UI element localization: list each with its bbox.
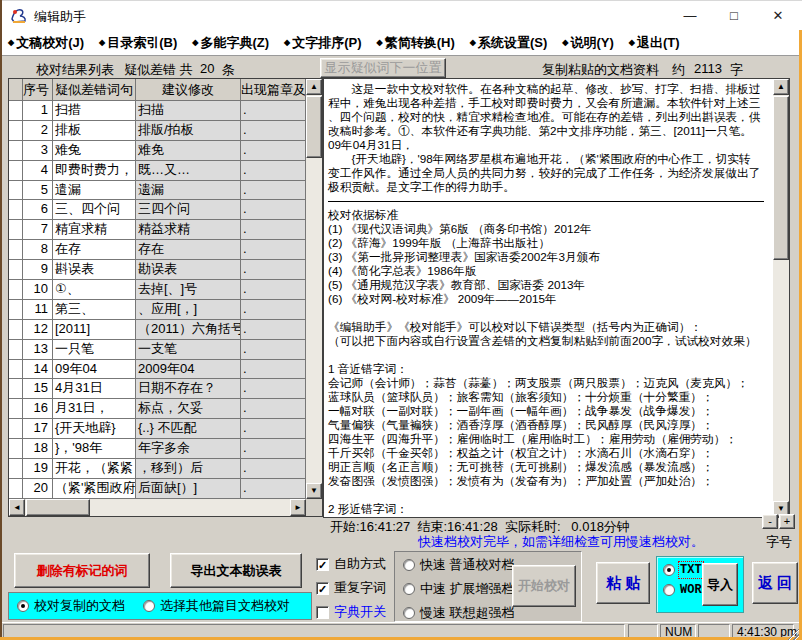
- radio-icon[interactable]: [17, 600, 29, 612]
- table-row[interactable]: 7精宜求精精益求精.: [9, 220, 322, 240]
- checkbox-icon[interactable]: [316, 606, 329, 619]
- table-row[interactable]: 1409年042009年04.: [9, 360, 322, 380]
- table-row[interactable]: 17{开天地辟}{..} 不匹配.: [9, 419, 322, 439]
- table-row[interactable]: 4即费时费力，既…又….: [9, 161, 322, 181]
- table-row[interactable]: 6三、四个问三四个问.: [9, 200, 322, 220]
- table-row[interactable]: 2排板排版/拍板.: [9, 121, 322, 141]
- suspect-word-cell: （紧'紧围政府: [53, 479, 136, 499]
- row-marker-cell: [9, 280, 23, 300]
- occurrence-cell: .: [241, 121, 306, 141]
- row-marker-cell: [9, 260, 23, 280]
- suggestion-cell: 年字多余: [136, 439, 241, 459]
- char-count-value: 2113: [694, 61, 722, 76]
- document-vertical-scrollbar[interactable]: ▲ ▼: [773, 79, 789, 517]
- delete-marked-button[interactable]: 删除有标记的词: [14, 553, 150, 588]
- char-approx-label: 约: [672, 61, 685, 79]
- table-row[interactable]: 18}，'98年年字多余.: [9, 439, 322, 459]
- document-line: (6) 《校对网-校对标准》 2009年——2015年: [328, 292, 772, 306]
- minimize-button[interactable]: —: [668, 1, 712, 31]
- show-next-position-button[interactable]: 显示疑似词下一位置: [320, 58, 446, 78]
- scroll-thumb[interactable]: [306, 96, 322, 158]
- menu-item-7[interactable]: ◆说明(Y): [562, 34, 614, 52]
- back-button[interactable]: 返 回: [752, 562, 798, 604]
- scrollbar-corner: [306, 499, 322, 516]
- table-row[interactable]: 16月31日，标点，欠妥.: [9, 399, 322, 419]
- table-row[interactable]: 154月31日日期不存在？.: [9, 379, 322, 399]
- font-decrease-button[interactable]: -: [762, 514, 778, 529]
- scroll-left-icon[interactable]: ◄: [9, 499, 25, 516]
- document-line: (1) 《现代汉语词典》第6版 （商务印书馆）2012年: [328, 222, 772, 236]
- table-vertical-scrollbar[interactable]: ▲ ▼: [306, 79, 322, 499]
- checkbox-label: 字典开关: [334, 603, 386, 621]
- table-row[interactable]: 13一只笔一支笔.: [9, 340, 322, 360]
- table-row[interactable]: 19开花，（紧紧，移到）后.: [9, 459, 322, 479]
- checkbox-option[interactable]: ✓重复字词: [316, 580, 386, 596]
- radio-icon[interactable]: [143, 600, 155, 612]
- menu-item-1[interactable]: ◆文稿校对(J): [8, 34, 84, 52]
- document-line: 蓝球队员（篮球队员）；旅客需知（旅客须知）；十分烦重（十分繁重）；: [328, 390, 772, 404]
- checkbox-option[interactable]: 字典开关: [316, 604, 386, 620]
- menu-item-4[interactable]: ◆文字排序(P): [284, 34, 362, 52]
- scroll-up-icon[interactable]: ▲: [306, 79, 322, 95]
- menu-bullet-icon: ◆: [192, 38, 198, 47]
- table-row[interactable]: 10①、去掉[、]号.: [9, 280, 322, 300]
- close-button[interactable]: ✕: [756, 1, 800, 31]
- occurrence-cell: .: [241, 340, 306, 360]
- document-line: 程中，难兔出现各种差措，手工校对即费时费力，又会有所遣漏。本软件针对上述三: [328, 96, 772, 110]
- radio-icon[interactable]: [403, 583, 415, 595]
- suspect-word-cell: [2011]: [53, 320, 136, 340]
- menu-item-5[interactable]: ◆繁简转换(H): [377, 34, 455, 52]
- start-check-button[interactable]: 开始校对: [512, 565, 576, 607]
- table-row[interactable]: 11第三、、应用[，].: [9, 300, 322, 320]
- table-row[interactable]: 9斟误表勘误表.: [9, 260, 322, 280]
- radio-icon[interactable]: [663, 584, 675, 596]
- document-text[interactable]: 这是一款中文校对软件。在各种文稿的起草、修改、抄写、打字、扫措、排板过程中，难兔…: [324, 79, 773, 517]
- menu-item-2[interactable]: ◆目录索引(B): [99, 34, 177, 52]
- source-radio-option[interactable]: 选择其他篇目文档校对: [143, 598, 290, 614]
- table-row[interactable]: 20（紧'紧围政府后面缺[）].: [9, 479, 322, 499]
- row-marker-cell: [9, 101, 23, 121]
- scroll-thumb[interactable]: [773, 96, 789, 260]
- suspect-word-cell: ①、: [53, 280, 136, 300]
- occurrence-cell: .: [241, 220, 306, 240]
- import-button[interactable]: 导入: [702, 563, 738, 606]
- menu-item-3[interactable]: ◆多能字典(Z): [192, 34, 269, 52]
- suspect-word-cell: 精宜求精: [53, 220, 136, 240]
- row-number-cell: 2: [23, 121, 53, 141]
- radio-icon[interactable]: [403, 607, 415, 619]
- radio-icon[interactable]: [663, 564, 675, 576]
- document-line: (3) 《第一批异形词整理表》国家语委2002年3月颁布: [328, 250, 772, 264]
- font-increase-button[interactable]: +: [779, 514, 795, 529]
- checkbox-icon[interactable]: ✓: [316, 558, 329, 571]
- export-errata-button[interactable]: 导出文本勘误表: [170, 553, 302, 588]
- menu-item-8[interactable]: ◆退出(T): [629, 34, 680, 52]
- menu-item-label: 多能字典(Z): [200, 34, 269, 52]
- maximize-button[interactable]: □: [712, 1, 756, 31]
- scroll-thumb[interactable]: [26, 499, 90, 516]
- menu-item-6[interactable]: ◆系统设置(S): [470, 34, 548, 52]
- table-row[interactable]: 3难兔难免.: [9, 141, 322, 161]
- window-title: 编辑助手: [34, 8, 86, 26]
- table-horizontal-scrollbar[interactable]: ◄ ►: [9, 499, 306, 516]
- source-option-row: 校对复制的文档选择其他篇目文档校对: [8, 592, 312, 620]
- table-row[interactable]: 12[2011]（2011）六角括号.: [9, 320, 322, 340]
- table-row[interactable]: 1扫措扫描.: [9, 101, 322, 121]
- row-marker-cell: [9, 240, 23, 260]
- row-marker-cell: [9, 121, 23, 141]
- row-marker-cell: [9, 340, 23, 360]
- table-row[interactable]: 8在存存在.: [9, 240, 322, 260]
- app-window: 编辑助手 — □ ✕ ◆文稿校对(J)◆目录索引(B)◆多能字典(Z)◆文字排序…: [0, 0, 802, 640]
- scroll-right-icon[interactable]: ►: [290, 499, 306, 516]
- scroll-down-icon[interactable]: ▼: [306, 483, 322, 499]
- scroll-up-icon[interactable]: ▲: [773, 79, 789, 95]
- source-radio-option[interactable]: 校对复制的文档: [17, 598, 125, 614]
- radio-icon[interactable]: [403, 559, 415, 571]
- row-number-cell: 10: [23, 280, 53, 300]
- suggestion-cell: 一支笔: [136, 340, 241, 360]
- suggestion-cell: 、应用[，]: [136, 300, 241, 320]
- checkbox-icon[interactable]: ✓: [316, 582, 329, 595]
- checkbox-option[interactable]: ✓自助方式: [316, 556, 386, 572]
- table-row[interactable]: 5遣漏遗漏.: [9, 181, 322, 201]
- speed-radio-option[interactable]: 慢速 联想超强档: [403, 605, 581, 621]
- paste-button[interactable]: 粘 贴: [596, 562, 650, 604]
